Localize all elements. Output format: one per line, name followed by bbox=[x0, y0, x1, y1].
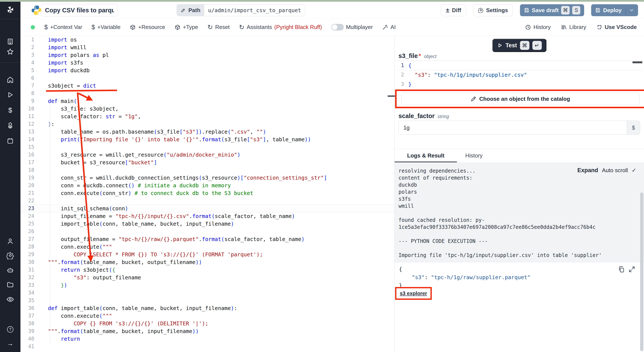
code-line-10[interactable]: 10 s3_file: s3object, bbox=[20, 105, 394, 112]
code-line-2[interactable]: 2import wmill bbox=[20, 44, 394, 51]
code-line-42[interactable]: 42def init_sql_schema(conn): bbox=[20, 350, 394, 352]
code-line-20[interactable]: 20 conn = duckdb.connect() # initiate a … bbox=[20, 182, 394, 189]
use-vscode-button[interactable]: Use VScode bbox=[596, 24, 637, 30]
reset-button[interactable]: ↻Reset bbox=[208, 24, 230, 30]
code-line-40[interactable]: 40 return bbox=[20, 335, 394, 342]
code-line-33[interactable]: 33 }) bbox=[20, 281, 394, 289]
code-line-11[interactable]: 11 scale_factor: str = "1g", bbox=[20, 112, 394, 120]
code-line-5[interactable]: 5import duckdb bbox=[20, 66, 394, 74]
code-line-9[interactable]: 9def main( bbox=[20, 97, 394, 105]
assistants-button[interactable]: ↻Assistants (Pyright Black Ruff) bbox=[239, 24, 322, 30]
code-line-32[interactable]: 32 "s3": output_filename bbox=[20, 274, 394, 281]
deploy-button[interactable]: Deploy bbox=[591, 4, 638, 16]
runs-play-icon[interactable] bbox=[6, 91, 14, 98]
expand-sidebar-arrow-icon[interactable]: → bbox=[7, 340, 14, 347]
log-output[interactable]: resolving dependencies...content of requ… bbox=[395, 162, 644, 262]
tab-history[interactable]: History bbox=[457, 149, 491, 162]
code-line-15[interactable]: 15 bbox=[20, 143, 394, 151]
tab-logs-result[interactable]: Logs & Result bbox=[395, 149, 457, 162]
schedules-calendar-icon[interactable] bbox=[6, 137, 14, 144]
s3file-json-editor[interactable]: 1{2 "s3": "tpc-h/1g/input/supplier.csv"3… bbox=[396, 60, 643, 90]
choose-object-button[interactable]: Choose an object from the catalog bbox=[401, 93, 640, 105]
save-draft-button[interactable]: Save draft ⌘ S bbox=[520, 4, 584, 16]
variables-dollar-icon[interactable]: $ bbox=[8, 106, 12, 114]
json-line-1[interactable]: 1{ bbox=[396, 61, 643, 70]
code-line-38[interactable]: 38 COPY {} FROM 's3://{}/{}' (DELIMITER … bbox=[20, 320, 394, 327]
help-icon[interactable]: ? bbox=[7, 326, 14, 332]
code-line-37[interactable]: 37 conn.execute(""" bbox=[20, 312, 394, 320]
home-icon[interactable] bbox=[6, 76, 14, 84]
code-line-25[interactable]: 25 import_table(conn, table_name, bucket… bbox=[20, 220, 394, 228]
code-line-16[interactable]: 16 s3_resource = wmill.get_resource("u/a… bbox=[20, 151, 394, 158]
code-line-24[interactable]: 24 input_filename = "tpc-h/{}/input/{}.c… bbox=[20, 212, 394, 220]
audit-eye-icon[interactable] bbox=[6, 295, 14, 304]
history-button[interactable]: History bbox=[525, 24, 551, 30]
favorites-star-icon[interactable] bbox=[6, 48, 14, 56]
multiplayer-toggle[interactable] bbox=[332, 24, 344, 30]
copy-clipboard-icon[interactable] bbox=[618, 266, 625, 273]
code-line-30[interactable]: 30""".format(table_name, bucket, output_… bbox=[20, 258, 394, 266]
assistants-detail[interactable]: (Pyright Black Ruff) bbox=[274, 24, 322, 30]
code-line-18[interactable]: 18 bbox=[20, 166, 394, 174]
code-line-34[interactable]: 34 bbox=[20, 289, 394, 296]
expand-fullscreen-icon[interactable] bbox=[628, 266, 636, 273]
code-editor[interactable]: 1import os2import wmill3import polars as… bbox=[20, 36, 394, 352]
windmill-logo-icon[interactable] bbox=[6, 6, 14, 15]
code-line-6[interactable]: 6 bbox=[20, 74, 394, 82]
scale-factor-input[interactable]: 1g $ bbox=[398, 120, 640, 135]
code-line-4[interactable]: 4import s3fs bbox=[20, 59, 394, 66]
code-line-29[interactable]: 29 COPY (SELECT * FROM {}) TO 's3://{}/{… bbox=[20, 250, 394, 258]
add-context-var-button[interactable]: $+Context Var bbox=[44, 24, 82, 31]
panel-scrollbar-thumb[interactable] bbox=[640, 192, 643, 351]
diff-button[interactable]: ± Diff bbox=[441, 4, 466, 16]
code-line-3[interactable]: 3import polars as pl bbox=[20, 51, 394, 59]
json-line-2[interactable]: 2 "s3": "tpc-h/1g/input/supplier.csv" bbox=[396, 70, 643, 80]
panel-splitter-handle[interactable] bbox=[388, 96, 395, 97]
code-line-12[interactable]: 12): bbox=[20, 120, 394, 128]
code-line-23[interactable]: 23 init_sql_schema(conn) bbox=[20, 204, 394, 212]
code-line-19[interactable]: 19 conn_str = wmill.duckdb_connection_se… bbox=[20, 174, 394, 182]
ai-button[interactable]: AI bbox=[382, 24, 396, 30]
code-line-22[interactable]: 22 bbox=[20, 197, 394, 204]
add-variable-button[interactable]: $+Variable bbox=[92, 24, 120, 31]
folders-icon[interactable] bbox=[6, 281, 14, 288]
editor-scrollbar-thumb[interactable] bbox=[632, 61, 642, 63]
code-line-39[interactable]: 39""".format(table_name, bucket, input_f… bbox=[20, 327, 394, 335]
auto-scroll-toggle[interactable]: Auto scroll bbox=[602, 167, 628, 174]
code-line-28[interactable]: 28 conn.execute(""" bbox=[20, 243, 394, 250]
code-line-17[interactable]: 17 bucket = s3_resource["bucket"] bbox=[20, 158, 394, 166]
code-line-41[interactable]: 41 bbox=[20, 342, 394, 350]
required-asterisk: * bbox=[418, 52, 421, 60]
path-value[interactable]: u/admin/import_csv_to_parquet bbox=[204, 4, 305, 16]
test-button[interactable]: Test ⌘ ↵ bbox=[492, 39, 546, 52]
s3-explorer-link[interactable]: s3 explorer bbox=[400, 290, 427, 296]
path-group[interactable]: Path u/admin/import_csv_to_parquet bbox=[177, 4, 305, 16]
library-button[interactable]: Library bbox=[561, 24, 586, 30]
resources-cubes-icon[interactable] bbox=[6, 122, 14, 130]
users-person-icon[interactable] bbox=[6, 237, 14, 245]
json-line-3[interactable]: 3} bbox=[396, 80, 643, 89]
code-line-36[interactable]: 36def import_table(conn, table_name, buc… bbox=[20, 304, 394, 312]
expand-button[interactable]: Expand bbox=[577, 167, 598, 174]
path-chip[interactable]: Path bbox=[177, 4, 204, 16]
code-line-26[interactable]: 26 bbox=[20, 228, 394, 235]
insert-variable-button[interactable]: $ bbox=[627, 121, 640, 134]
code-line-7[interactable]: 7s3object = dict bbox=[20, 82, 394, 90]
script-title-input[interactable] bbox=[41, 4, 118, 16]
code-line-21[interactable]: 21 conn.execute(conn_str) # to connect d… bbox=[20, 189, 394, 197]
settings-gear-icon[interactable] bbox=[6, 252, 14, 259]
settings-button[interactable]: Settings bbox=[473, 4, 513, 16]
code-line-35[interactable]: 35 bbox=[20, 296, 394, 304]
scale-factor-value[interactable]: 1g bbox=[399, 124, 627, 131]
deploy-dropdown-chevron[interactable] bbox=[626, 6, 634, 14]
add-type-button[interactable]: +Type bbox=[174, 24, 198, 30]
code-line-1[interactable]: 1import os bbox=[20, 36, 394, 44]
workspace-building-icon[interactable] bbox=[6, 38, 14, 45]
code-line-31[interactable]: 31 return s3object({ bbox=[20, 266, 394, 274]
code-line-27[interactable]: 27 output_filename = "tpc-h/{}/raw/{}.pa… bbox=[20, 235, 394, 243]
code-line-13[interactable]: 13 table_name = os.path.basename(s3_file… bbox=[20, 128, 394, 136]
add-resource-button[interactable]: +Resource bbox=[130, 24, 165, 30]
workers-robot-icon[interactable] bbox=[6, 266, 14, 274]
code-line-8[interactable]: 8 bbox=[20, 90, 394, 97]
code-line-14[interactable]: 14 print("Importing file '{}' into table… bbox=[20, 136, 394, 143]
